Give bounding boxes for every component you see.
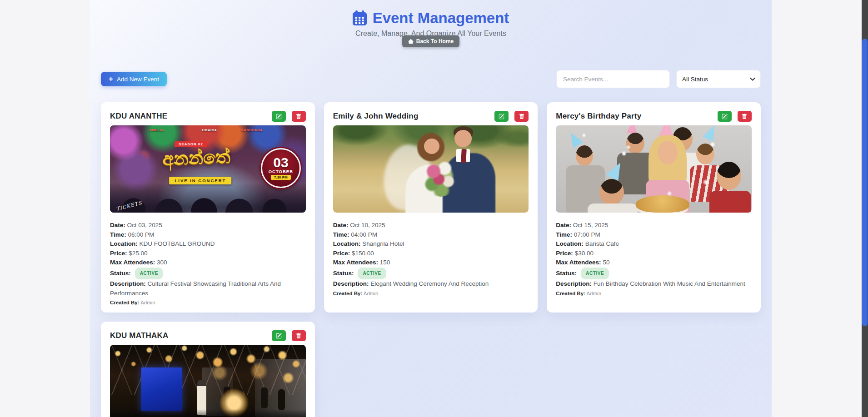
party-guest: [565, 139, 606, 213]
party-guest: [709, 159, 751, 213]
poster-day: 03: [273, 156, 288, 169]
party-guest: [588, 174, 638, 213]
event-description-row: Description: Cultural Festival Showcasin…: [110, 279, 306, 298]
event-card: KDU MATHAKA: [101, 322, 315, 417]
poster-time: 7.30 PM: [271, 175, 291, 180]
toolbar: + Add New Event All Status: [90, 70, 772, 88]
poster-artist-name: KANCHANA: [241, 128, 263, 132]
event-card-grid: KDU ANANTHE AMELIA UMARIA KANCHANA SEASO…: [90, 102, 772, 417]
status-badge: ACTIVE: [135, 268, 163, 280]
trash-icon: [519, 114, 524, 119]
event-status-row: Status: ACTIVE: [110, 268, 306, 280]
home-icon: [408, 39, 414, 44]
delete-event-button[interactable]: [292, 111, 306, 122]
stage-light-glow: [219, 388, 249, 417]
poster-title: අනන්තේ: [120, 144, 273, 171]
party-guest: [667, 125, 709, 189]
event-date-row: Date: Oct 15, 2025: [556, 221, 752, 230]
card-header: KDU ANANTHE: [110, 110, 306, 122]
edit-icon: [722, 114, 728, 119]
event-description-row: Description: Elegant Wedding Ceremony An…: [333, 279, 529, 289]
event-title: Mercy's Birthday Party: [556, 112, 641, 121]
poster-tagline: LIVE IN CONCERT: [169, 177, 231, 184]
event-location-row: Location: Barista Cafe: [556, 239, 752, 249]
party-guest: [690, 134, 731, 202]
status-badge: ACTIVE: [581, 268, 609, 280]
event-date-row: Date: Oct 03, 2025: [110, 221, 306, 230]
birthday-cake-shape: [636, 195, 689, 213]
delete-event-button[interactable]: [738, 111, 752, 122]
edit-icon: [276, 114, 282, 119]
card-actions: [272, 330, 306, 341]
event-created-by-row: Created By: Admin: [333, 291, 529, 296]
poster-artist-name: UMARIA: [202, 128, 217, 132]
event-created-by-row: Created By: Admin: [556, 291, 752, 296]
birthday-girl: [643, 125, 692, 213]
event-details: Date: Oct 10, 2025 Time: 04:00 PM Locati…: [333, 221, 529, 296]
poster-tickets-note: TICKETS: [115, 200, 143, 212]
event-details: Date: Oct 15, 2025 Time: 07:00 PM Locati…: [556, 221, 752, 296]
event-created-by-row: Created By: Admin: [110, 300, 306, 305]
add-new-event-button[interactable]: + Add New Event: [101, 72, 167, 86]
delete-event-button[interactable]: [292, 330, 306, 341]
tent-curtain-shape: [255, 359, 306, 417]
card-actions: [272, 111, 306, 122]
scrollbar-thumb[interactable]: [862, 39, 868, 326]
poster-month: OCTOBER: [269, 169, 293, 174]
event-time-row: Time: 07:00 PM: [556, 230, 752, 240]
page-title: Event Management: [373, 9, 509, 27]
scrollbar-track[interactable]: [862, 0, 868, 417]
card-header: KDU MATHAKA: [110, 330, 306, 342]
bouquet-shape: [423, 160, 459, 197]
status-badge: ACTIVE: [358, 268, 386, 280]
party-guest: [617, 126, 656, 194]
edit-icon: [499, 114, 504, 119]
edit-icon: [276, 333, 282, 339]
status-filter-wrap: All Status: [676, 70, 761, 88]
event-time-row: Time: 06:00 PM: [110, 230, 306, 240]
status-filter-select[interactable]: All Status: [676, 70, 761, 88]
groom-tie-shape: [461, 149, 466, 163]
event-max-attendees-row: Max Attendees: 300: [110, 258, 306, 268]
event-price-row: Price: $30.00: [556, 249, 752, 258]
event-date-row: Date: Oct 10, 2025: [333, 221, 529, 230]
poster-date-badge: 03 OCTOBER 7.30 PM: [261, 148, 301, 188]
groom-head-shape: [454, 130, 472, 147]
event-title: KDU MATHAKA: [110, 331, 168, 340]
calendar-icon: [353, 12, 367, 25]
edit-event-button[interactable]: [272, 111, 286, 122]
filter-controls: All Status: [556, 70, 761, 88]
plus-icon: +: [109, 75, 113, 83]
event-image-concert-poster: AMELIA UMARIA KANCHANA SEASON 02 අනන්තේ …: [110, 125, 306, 213]
page-header: Event Management Create, Manage, And Org…: [90, 0, 772, 47]
delete-event-button[interactable]: [514, 111, 529, 122]
edit-event-button[interactable]: [494, 111, 509, 122]
edit-event-button[interactable]: [272, 330, 286, 341]
page-title-row: Event Management: [90, 9, 772, 27]
event-location-row: Location: KDU FOOTBALL GROUND: [110, 239, 306, 249]
event-image-concert-stage: [110, 345, 306, 417]
event-image-birthday-photo: [556, 125, 752, 213]
event-description-row: Description: Fun Birthday Celebration Wi…: [556, 279, 752, 289]
event-price-row: Price: $150.00: [333, 249, 529, 258]
trash-icon: [296, 114, 301, 119]
stage-led-screen-shape: [141, 367, 182, 411]
event-price-row: Price: $25.00: [110, 249, 306, 258]
trash-icon: [296, 333, 301, 339]
event-status-row: Status: ACTIVE: [333, 268, 529, 280]
poster-artist-name: AMELIA: [149, 128, 164, 132]
edit-event-button[interactable]: [718, 111, 732, 122]
singer-silhouette: [197, 380, 206, 415]
back-to-home-button[interactable]: Back To Home: [402, 35, 459, 47]
card-actions: [494, 111, 529, 122]
card-header: Mercy's Birthday Party: [556, 110, 752, 122]
event-card: Emily & John Wedding: [324, 102, 538, 313]
trash-icon: [742, 114, 747, 119]
event-details: Date: Oct 03, 2025 Time: 06:00 PM Locati…: [110, 221, 306, 305]
event-max-attendees-row: Max Attendees: 50: [556, 258, 752, 268]
tent-truss-shape: [110, 345, 306, 395]
search-input[interactable]: [556, 70, 670, 88]
card-header: Emily & John Wedding: [333, 110, 529, 122]
event-title: KDU ANANTHE: [110, 112, 167, 121]
event-location-row: Location: Shangrila Hotel: [333, 239, 529, 249]
